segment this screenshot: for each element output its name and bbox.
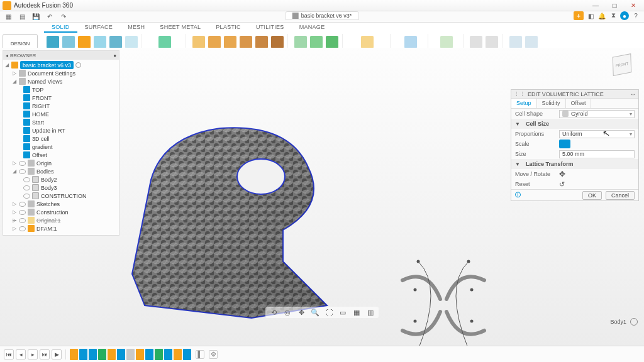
visibility-toggle[interactable]: [19, 202, 26, 207]
tree-named-views[interactable]: ◢Named Views: [4, 77, 118, 85]
press-pull-icon[interactable]: [192, 36, 205, 48]
ribbon-tab-sheet-metal[interactable]: SHEET METAL: [152, 23, 208, 33]
tree-root[interactable]: ◢basic bracket v6 v3: [4, 61, 118, 69]
timeline-feature[interactable]: [79, 349, 87, 360]
notifications-icon[interactable]: 🔔: [597, 11, 606, 20]
select-icon[interactable]: [470, 36, 482, 48]
tree-bodies[interactable]: ◢Bodies: [4, 167, 118, 175]
visibility-toggle[interactable]: [23, 177, 30, 182]
timeline-feature[interactable]: [70, 349, 78, 360]
timeline-feature[interactable]: [174, 349, 182, 360]
emboss-icon[interactable]: [125, 36, 138, 48]
timeline-feature[interactable]: [126, 349, 135, 360]
timeline-feature[interactable]: [183, 349, 191, 360]
help-icon[interactable]: ?: [631, 11, 640, 20]
pan-icon[interactable]: ✥: [297, 308, 306, 317]
ribbon-tab-mesh[interactable]: MESH: [120, 23, 152, 33]
viewport-settings-icon[interactable]: [630, 318, 638, 326]
chamfer-icon[interactable]: [224, 36, 236, 48]
timeline-feature[interactable]: [108, 349, 116, 360]
file-menu-icon[interactable]: ▤: [18, 13, 26, 21]
scale-mode-button[interactable]: [559, 140, 570, 148]
panel-drag-icon[interactable]: ⋮⋮: [514, 91, 525, 97]
timeline-feature[interactable]: [155, 349, 163, 360]
tree-dfam-component[interactable]: ▷DFAM:1: [4, 224, 118, 233]
tree-sketches[interactable]: ▷Sketches: [4, 200, 118, 208]
tree-origin[interactable]: ▷Origin: [4, 159, 118, 167]
radio-icon[interactable]: [75, 62, 81, 68]
joint-icon[interactable]: [294, 36, 307, 48]
ok-button[interactable]: OK: [582, 191, 602, 200]
hole-icon[interactable]: [109, 36, 122, 48]
look-at-icon[interactable]: ◎: [283, 308, 292, 317]
select-filter-icon[interactable]: [486, 36, 498, 48]
extrude-icon[interactable]: [78, 36, 91, 48]
box-icon[interactable]: [62, 36, 75, 48]
timeline-end-button[interactable]: ⏭: [40, 349, 50, 359]
timeline-feature[interactable]: [164, 349, 172, 360]
visibility-toggle[interactable]: [19, 218, 26, 223]
as-built-joint-icon[interactable]: [310, 36, 323, 48]
panel-tab-solidity[interactable]: Solidity: [537, 99, 566, 108]
cancel-button[interactable]: Cancel: [606, 191, 635, 200]
visibility-toggle[interactable]: [19, 169, 26, 174]
timeline-start-button[interactable]: ⏮: [4, 349, 14, 359]
save-icon[interactable]: 💾: [31, 13, 40, 21]
combine-icon[interactable]: [271, 36, 284, 48]
panel-tab-setup[interactable]: Setup: [511, 99, 537, 108]
visibility-toggle[interactable]: [19, 161, 26, 166]
size-input[interactable]: 5.00 mm: [559, 150, 635, 158]
proportions-dropdown[interactable]: Uniform ▾: [559, 130, 635, 138]
timeline-feature[interactable]: [117, 349, 125, 360]
chevron-left-icon[interactable]: ◂: [6, 53, 8, 58]
plane-icon[interactable]: [361, 36, 374, 48]
named-view-item[interactable]: TOP: [4, 85, 118, 94]
named-view-item[interactable]: RIGHT: [4, 102, 118, 110]
orbit-icon[interactable]: ⟲: [269, 308, 278, 317]
visibility-toggle[interactable]: [23, 194, 30, 199]
ribbon-tab-plastic[interactable]: PLASTIC: [208, 23, 248, 33]
timeline-play-button[interactable]: ▶: [52, 349, 62, 359]
timeline-step-forward-button[interactable]: ▸: [28, 349, 38, 359]
position-revert-icon[interactable]: [525, 36, 538, 48]
ribbon-tab-solid[interactable]: SOLID: [44, 23, 77, 33]
named-view-item[interactable]: Offset: [4, 151, 118, 159]
document-tab[interactable]: basic bracket v6 v3*: [286, 11, 359, 20]
body-item[interactable]: Body2: [4, 175, 118, 184]
timeline-step-back-button[interactable]: ◂: [16, 349, 26, 359]
new-sketch-icon[interactable]: [47, 36, 59, 48]
timeline-settings-icon[interactable]: ⚙: [209, 350, 218, 359]
named-view-item[interactable]: gradient: [4, 143, 118, 151]
timeline-feature[interactable]: [98, 349, 106, 360]
named-view-item[interactable]: 3D cell: [4, 134, 118, 143]
visibility-toggle[interactable]: [19, 210, 26, 215]
display-settings-icon[interactable]: ▭: [338, 308, 347, 317]
named-view-item[interactable]: HOME: [4, 110, 118, 118]
zoom-icon[interactable]: 🔍: [311, 308, 319, 317]
cell-shape-dropdown[interactable]: Gyroid ▾: [559, 110, 635, 118]
body-item[interactable]: CONSTRUCTION: [4, 192, 118, 200]
position-capture-icon[interactable]: [509, 36, 522, 48]
info-icon[interactable]: ⓘ: [515, 191, 521, 199]
visibility-toggle[interactable]: [19, 226, 26, 231]
cell-size-section[interactable]: ▼Cell Size: [511, 119, 638, 129]
tree-original-component[interactable]: ▷Original:1: [4, 216, 118, 224]
rigid-group-icon[interactable]: [326, 36, 338, 48]
browser-options-icon[interactable]: ●: [113, 53, 116, 58]
panel-tab-offset[interactable]: Offset: [566, 99, 592, 108]
named-view-item[interactable]: FRONT: [4, 94, 118, 102]
shell-icon[interactable]: [240, 36, 252, 48]
close-button[interactable]: ✕: [625, 1, 641, 10]
minimize-button[interactable]: —: [587, 1, 604, 10]
undo-icon[interactable]: ↶: [45, 13, 54, 21]
named-view-item[interactable]: Update in RT: [4, 126, 118, 134]
insert-icon[interactable]: [440, 36, 453, 48]
revolve-icon[interactable]: [94, 36, 106, 48]
grid-settings-icon[interactable]: ▦: [352, 308, 361, 317]
ribbon-tab-surface[interactable]: SURFACE: [77, 23, 121, 33]
ribbon-tab-manage[interactable]: MANAGE: [292, 23, 333, 33]
named-view-item[interactable]: Start: [4, 118, 118, 126]
timeline-marker[interactable]: ▌: [196, 350, 204, 359]
redo-icon[interactable]: ↷: [59, 13, 68, 21]
job-status-icon[interactable]: ⧗: [609, 11, 618, 20]
